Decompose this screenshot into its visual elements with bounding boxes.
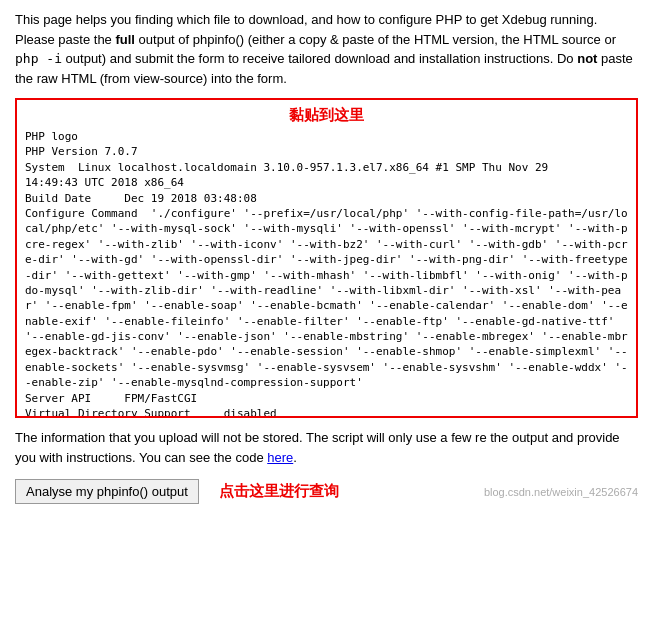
intro-paragraph: This page helps you finding which file t… xyxy=(15,10,638,88)
bottom-paragraph: The information that you upload will not… xyxy=(15,428,638,467)
phpinfo-header-label: 黏贴到这里 xyxy=(25,106,628,125)
analyse-annotation: 点击这里进行查询 xyxy=(219,482,339,501)
intro-code-1: php -i xyxy=(15,51,62,66)
bottom-text-content: The information that you upload will not… xyxy=(15,430,620,465)
watermark-text: blog.csdn.net/weixin_42526674 xyxy=(484,486,638,498)
analyse-row: Analyse my phpinfo() output 点击这里进行查询 blo… xyxy=(15,479,638,504)
here-link[interactable]: here xyxy=(267,450,293,465)
phpinfo-textarea[interactable]: 黏贴到这里 PHP logo PHP Version 7.0.7 System … xyxy=(15,98,638,418)
phpinfo-content: PHP logo PHP Version 7.0.7 System Linux … xyxy=(25,129,628,418)
intro-bold-1: full xyxy=(115,32,135,47)
intro-bold-2: not xyxy=(577,51,597,66)
analyse-button[interactable]: Analyse my phpinfo() output xyxy=(15,479,199,504)
intro-text-2: output of phpinfo() (either a copy & pas… xyxy=(135,32,616,47)
intro-text-3: output) and submit the form to receive t… xyxy=(62,51,577,66)
